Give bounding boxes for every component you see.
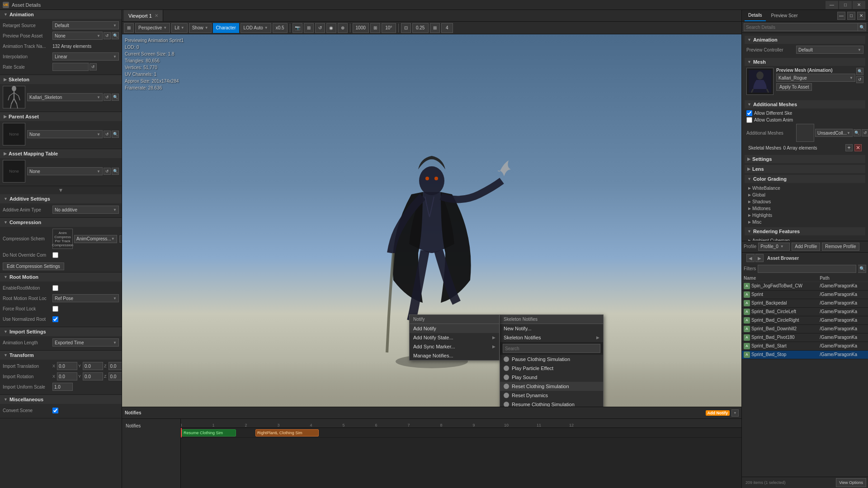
- rp-mesh-browse-icon[interactable]: 🔍: [856, 68, 863, 75]
- speed-btn[interactable]: x0.5: [273, 23, 288, 33]
- rp-white-balance-header[interactable]: ▶ WhiteBalance: [746, 185, 863, 192]
- rate-scale-input[interactable]: 1.0: [52, 63, 89, 71]
- ctx-resume-clothing[interactable]: Resume Clothing Simulation: [500, 400, 603, 407]
- table-row[interactable]: ASprint_Bwd_CircleRight /Game/ParagonKa: [742, 316, 868, 324]
- table-row[interactable]: ASpin_JogFwdToBwd_CW /Game/ParagonKa: [742, 282, 868, 290]
- rp-allow-diff-ske-checkbox[interactable]: [746, 110, 752, 116]
- sync-skeleton-icon[interactable]: ↺: [104, 94, 111, 101]
- ctx-reset-dynamics[interactable]: Reset Dynamics: [500, 391, 603, 400]
- table-row[interactable]: ASprint_Backpedal /Game/ParagonKa: [742, 299, 868, 307]
- rp-skel-remove-btn[interactable]: ✕: [854, 144, 862, 151]
- rp-tab-details[interactable]: Details: [745, 10, 766, 21]
- perspective-icon-btn[interactable]: ⊞: [124, 23, 134, 33]
- rp-remove-profile-btn[interactable]: Remove Profile: [822, 243, 859, 251]
- browse-mapping-icon[interactable]: 🔍: [112, 168, 119, 175]
- rp-preview-controller-dropdown[interactable]: Default ▼: [796, 46, 863, 54]
- maximize-button[interactable]: □: [839, 1, 852, 9]
- sub-manage-notifies[interactable]: Manage Notifies...: [410, 351, 499, 360]
- sync-icon[interactable]: ↺: [104, 32, 111, 39]
- show-btn[interactable]: Show ▼: [189, 23, 212, 33]
- ctx-skeleton-notifies[interactable]: Skeleton Notifies ▶: [500, 333, 603, 342]
- col-path[interactable]: Path: [818, 275, 868, 282]
- browse-parent-icon[interactable]: 🔍: [112, 131, 119, 138]
- scale-input[interactable]: [412, 23, 429, 33]
- anim-length-dropdown[interactable]: Exported Time ▼: [52, 338, 119, 347]
- sub-add-notify-state[interactable]: Add Notify State... ▶: [410, 333, 499, 342]
- browse-skeleton-icon[interactable]: 🔍: [112, 94, 119, 101]
- interpolation-dropdown[interactable]: Linear ▼: [52, 52, 119, 61]
- col-name[interactable]: Name: [742, 275, 818, 282]
- add-notify-plus-icon[interactable]: +: [731, 409, 739, 417]
- transform-icon[interactable]: ⊕: [338, 23, 348, 33]
- rp-maximize-icon[interactable]: □: [847, 12, 855, 20]
- rp-additional-mesh-dropdown[interactable]: UnsavedColl... ▼: [815, 129, 853, 137]
- edit-compression-btn[interactable]: Edit Compression Settings: [3, 263, 64, 270]
- rp-highlights-header[interactable]: ▶ Highlights: [746, 212, 863, 219]
- sub-add-sync-marker[interactable]: Add Sync Marker... ▶: [410, 342, 499, 351]
- rp-color-grading-header[interactable]: ▼ Color Grading: [745, 175, 865, 183]
- snap-icon[interactable]: ◉: [326, 23, 336, 33]
- use-normalized-checkbox[interactable]: [52, 316, 58, 322]
- sync-mapping-icon[interactable]: ↺: [104, 168, 111, 175]
- ctx-reset-clothing[interactable]: Reset Clothing Simulation: [500, 382, 603, 391]
- table-row[interactable]: ASprint_Bwd_Stop /Game/ParagonKa: [742, 350, 868, 359]
- sub-add-notify[interactable]: Add Notify: [410, 324, 499, 333]
- rp-profile-dropdown[interactable]: Profile_0 ▼: [758, 243, 790, 251]
- rp-asset-search-icon[interactable]: 🔍: [858, 265, 866, 273]
- rp-search-input[interactable]: [744, 23, 858, 31]
- rotation-x-input[interactable]: [57, 372, 77, 380]
- expand-arrow[interactable]: ▼: [0, 186, 122, 194]
- tl-clip-resume[interactable]: Resume Clothing Sim: [182, 429, 236, 436]
- rp-mesh-header[interactable]: ▼ Mesh: [745, 58, 865, 66]
- lit-btn[interactable]: Lit ▼: [171, 23, 187, 33]
- additive-anim-dropdown[interactable]: No additive ▼: [52, 206, 119, 214]
- skeleton-dropdown[interactable]: Kallari_Skeleton ▼: [27, 93, 103, 101]
- rp-lens-header[interactable]: ▶ Lens: [745, 165, 865, 173]
- animation-section-header[interactable]: ▼ Animation: [0, 10, 122, 19]
- translation-z-input[interactable]: [108, 362, 122, 370]
- rp-add-mesh-sync-icon[interactable]: ↺: [862, 129, 868, 136]
- table-row[interactable]: ASprint_Bwd_Downhill2 /Game/ParagonKa: [742, 324, 868, 333]
- rp-close-icon[interactable]: ✕: [857, 12, 865, 20]
- close-button[interactable]: ✕: [853, 1, 865, 9]
- tl-notify-track[interactable]: Resume Clothing Sim RightPlantL Clothing…: [181, 428, 741, 438]
- rp-tab-preview-scer[interactable]: Preview Scer: [768, 10, 802, 21]
- lod-btn[interactable]: LOD Auto ▼: [241, 23, 271, 33]
- translation-x-input[interactable]: [57, 362, 77, 370]
- rotation-z-input[interactable]: [108, 372, 122, 380]
- enable-root-motion-checkbox[interactable]: [52, 285, 58, 291]
- layers-icon[interactable]: ⊞: [430, 23, 440, 33]
- ctx-play-sound[interactable]: Play Sound: [500, 373, 603, 382]
- rp-add-mesh-browse-icon[interactable]: 🔍: [854, 129, 861, 136]
- rp-misc-header[interactable]: ▶ Misc: [746, 219, 863, 225]
- asset-mapping-dropdown[interactable]: None ▼: [27, 167, 103, 175]
- rp-mesh-dropdown[interactable]: Kallari_Rogue ▼: [776, 74, 855, 82]
- rotation-y-input[interactable]: [83, 372, 103, 380]
- rp-view-options-btn[interactable]: View Options: [836, 478, 866, 487]
- grid2-icon[interactable]: ⊞: [370, 23, 380, 33]
- convert-scene-checkbox[interactable]: [52, 408, 58, 413]
- rp-additional-meshes-header[interactable]: ▼ Additional Meshes: [745, 100, 865, 108]
- character-btn[interactable]: Character: [213, 23, 239, 33]
- rp-skel-add-btn[interactable]: +: [845, 144, 853, 151]
- translation-y-input[interactable]: [83, 362, 103, 370]
- retarget-source-dropdown[interactable]: Default ▼: [52, 21, 119, 29]
- viewport-tab-close[interactable]: ✕: [155, 13, 158, 18]
- table-row[interactable]: ASprint_Bwd_CircleLeft /Game/ParagonKa: [742, 307, 868, 316]
- misc-header[interactable]: ▼ Miscellaneous: [0, 395, 122, 404]
- scale-icon[interactable]: ⊡: [401, 23, 411, 33]
- rp-asset-search-input[interactable]: [758, 265, 856, 273]
- viewport-tab[interactable]: Viewport 1 ✕: [124, 10, 163, 21]
- table-row[interactable]: ASprint_Bwd_Pivot180 /Game/ParagonKa: [742, 333, 868, 342]
- viewport-canvas[interactable]: Previewing Animation Sprint1 LOD: 0 Curr…: [122, 34, 741, 407]
- root-motion-lock-dropdown[interactable]: Ref Pose ▼: [52, 294, 119, 302]
- rp-search-icon[interactable]: 🔍: [858, 23, 866, 31]
- table-row[interactable]: ASprint /Game/ParagonKa: [742, 290, 868, 299]
- ctx-search-input[interactable]: [503, 344, 600, 353]
- window-controls[interactable]: — □ ✕: [826, 1, 865, 9]
- rotate-icon[interactable]: ↺: [315, 23, 325, 33]
- transform-header[interactable]: ▼ Transform: [0, 351, 122, 360]
- rp-allow-custom-anim-checkbox[interactable]: [746, 117, 752, 123]
- browse-icon[interactable]: 🔍: [112, 32, 119, 39]
- tl-clip-right-plant[interactable]: RightPlantL Clothing Sim: [255, 429, 319, 436]
